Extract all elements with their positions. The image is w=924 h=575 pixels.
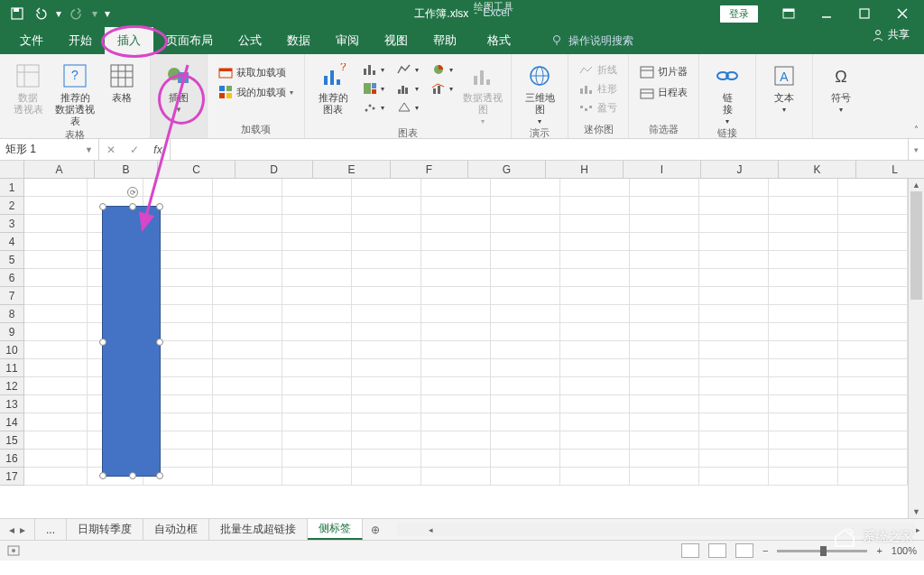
cell[interactable] <box>491 450 560 468</box>
tab-data[interactable]: 数据 <box>274 27 323 54</box>
cell[interactable] <box>560 323 630 341</box>
row-header[interactable]: 17 <box>0 468 24 486</box>
cell[interactable] <box>838 450 908 468</box>
recommended-charts-button[interactable]: ? 推荐的 图表 <box>312 58 354 116</box>
slicer-button[interactable]: 切片器 <box>636 63 691 80</box>
pivot-chart-button[interactable]: 数据透视图 ▾ <box>462 58 504 126</box>
cell[interactable] <box>838 287 908 305</box>
tab-review[interactable]: 审阅 <box>323 27 372 54</box>
cell[interactable] <box>630 377 699 395</box>
page-break-view-button[interactable] <box>735 543 753 558</box>
chart-scatter-menu[interactable]: ▾ <box>359 99 388 116</box>
cell[interactable] <box>24 431 88 450</box>
cell[interactable] <box>838 251 908 269</box>
cell[interactable] <box>560 215 630 233</box>
scroll-up-button[interactable]: ▲ <box>909 179 924 191</box>
cell[interactable] <box>491 377 560 395</box>
cell[interactable] <box>699 305 769 323</box>
cell[interactable] <box>699 468 769 486</box>
cell[interactable] <box>421 251 491 269</box>
cell[interactable] <box>421 468 491 486</box>
cell[interactable] <box>352 450 421 468</box>
cell[interactable] <box>421 179 491 197</box>
cell[interactable] <box>352 233 421 251</box>
row-header[interactable]: 16 <box>0 450 24 468</box>
cell[interactable] <box>769 341 838 359</box>
cell[interactable] <box>24 233 88 251</box>
column-header[interactable]: J <box>701 161 779 179</box>
cell[interactable] <box>838 323 908 341</box>
cell[interactable] <box>213 377 282 395</box>
timeline-button[interactable]: 日程表 <box>636 84 691 101</box>
cell[interactable] <box>491 233 560 251</box>
cell[interactable] <box>838 233 908 251</box>
cell[interactable] <box>630 413 699 431</box>
select-all-corner[interactable] <box>0 161 24 179</box>
cell[interactable] <box>560 468 630 486</box>
chart-stat-menu[interactable]: ▾ <box>393 80 422 97</box>
sheet-tab[interactable]: 批量生成超链接 <box>209 519 308 540</box>
cell[interactable] <box>769 377 838 395</box>
row-header[interactable]: 3 <box>0 215 24 233</box>
cell[interactable] <box>838 341 908 359</box>
row-header[interactable]: 6 <box>0 269 24 287</box>
tab-format[interactable]: 格式 <box>475 27 523 54</box>
tell-me-search[interactable]: 操作说明搜索 <box>550 27 633 54</box>
scroll-left-button[interactable]: ◂ <box>424 525 437 534</box>
cell[interactable] <box>421 305 491 323</box>
column-header[interactable]: E <box>313 161 391 179</box>
cell[interactable] <box>560 179 630 197</box>
cell[interactable] <box>699 413 769 431</box>
sheet-next-icon[interactable]: ▸ <box>20 524 25 536</box>
chart-pie-menu[interactable]: ▾ <box>428 61 457 78</box>
cell[interactable] <box>699 269 769 287</box>
cell[interactable] <box>213 431 282 450</box>
cell[interactable] <box>421 341 491 359</box>
cell[interactable] <box>769 450 838 468</box>
record-macro-icon[interactable] <box>7 545 20 556</box>
cell[interactable] <box>491 287 560 305</box>
cell[interactable] <box>213 395 282 413</box>
cell[interactable] <box>352 468 421 486</box>
cell[interactable] <box>838 179 908 197</box>
cell[interactable] <box>560 305 630 323</box>
cell[interactable] <box>24 287 88 305</box>
cell[interactable] <box>24 251 88 269</box>
cell[interactable] <box>769 251 838 269</box>
rectangle-shape[interactable]: ⟳ <box>102 206 161 477</box>
row-header[interactable]: 11 <box>0 359 24 377</box>
cell[interactable] <box>699 341 769 359</box>
cell[interactable] <box>352 341 421 359</box>
cell[interactable] <box>282 323 352 341</box>
cell[interactable] <box>630 251 699 269</box>
cell[interactable] <box>421 413 491 431</box>
cell[interactable] <box>421 395 491 413</box>
formula-input[interactable] <box>171 139 908 160</box>
cell[interactable] <box>630 468 699 486</box>
chart-column-menu[interactable]: ▾ <box>359 61 388 78</box>
cell[interactable] <box>630 323 699 341</box>
cell[interactable] <box>769 323 838 341</box>
tab-layout[interactable]: 页面布局 <box>153 27 226 54</box>
cell[interactable] <box>491 341 560 359</box>
cell[interactable] <box>213 269 282 287</box>
cell[interactable] <box>769 431 838 450</box>
cell[interactable] <box>630 341 699 359</box>
cell[interactable] <box>491 305 560 323</box>
close-button[interactable] <box>884 1 920 26</box>
cell[interactable] <box>699 395 769 413</box>
tab-home[interactable]: 开始 <box>56 27 105 54</box>
cell[interactable] <box>352 413 421 431</box>
cell[interactable] <box>491 197 560 215</box>
row-header[interactable]: 4 <box>0 233 24 251</box>
resize-handle-w[interactable] <box>99 339 106 346</box>
cell[interactable] <box>699 233 769 251</box>
cell[interactable] <box>560 233 630 251</box>
spreadsheet-grid[interactable]: ABCDEFGHIJKLM 1234567891011121314151617 … <box>0 161 924 518</box>
cell[interactable] <box>421 215 491 233</box>
cell[interactable] <box>352 197 421 215</box>
sheet-tab[interactable]: 自动边框 <box>143 519 209 540</box>
cell[interactable] <box>838 197 908 215</box>
cell[interactable] <box>282 215 352 233</box>
row-header[interactable]: 9 <box>0 323 24 341</box>
